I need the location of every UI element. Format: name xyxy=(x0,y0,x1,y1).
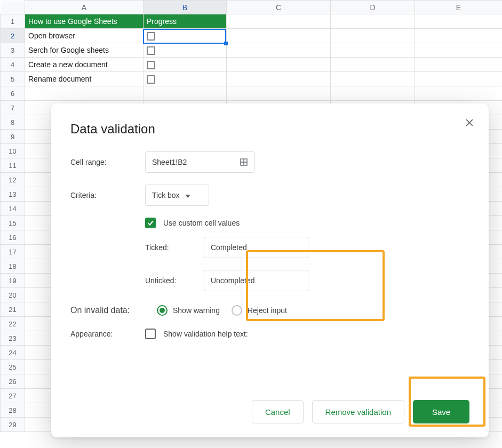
row-header-6[interactable]: 6 xyxy=(1,86,25,101)
row-header-25[interactable]: 25 xyxy=(1,360,25,374)
row-header-11[interactable]: 11 xyxy=(1,158,25,173)
row-header-18[interactable]: 18 xyxy=(1,259,25,274)
cell-C5[interactable] xyxy=(227,72,331,86)
col-header-B[interactable]: B xyxy=(144,1,227,14)
cell-E4[interactable] xyxy=(415,58,503,72)
cell-D3[interactable] xyxy=(331,43,415,58)
row-header-4[interactable]: 4 xyxy=(1,58,25,72)
row-header-12[interactable]: 12 xyxy=(1,173,25,187)
radio-show-warning-label: Show warning xyxy=(173,306,220,315)
row-header-10[interactable]: 10 xyxy=(1,144,25,158)
save-button[interactable]: Save xyxy=(413,400,469,423)
row-header-24[interactable]: 24 xyxy=(1,346,25,360)
row-header-1[interactable]: 1 xyxy=(1,14,25,29)
row-header-7[interactable]: 7 xyxy=(1,101,25,115)
col-header-E[interactable]: E xyxy=(415,1,503,14)
row-header-2[interactable]: 2 xyxy=(1,29,25,43)
cell-B4[interactable] xyxy=(144,58,227,72)
show-help-text-checkbox[interactable] xyxy=(145,329,156,339)
data-validation-dialog: Data validation Cell range: Sheet1!B2 Cr… xyxy=(51,103,489,437)
select-all-corner[interactable] xyxy=(1,1,25,14)
col-header-A[interactable]: A xyxy=(25,1,144,14)
cell-B3[interactable] xyxy=(144,43,227,58)
use-custom-values-checkbox[interactable] xyxy=(145,218,156,228)
row-header-14[interactable]: 14 xyxy=(1,202,25,216)
row-header-27[interactable]: 27 xyxy=(1,389,25,403)
row-header-15[interactable]: 15 xyxy=(1,216,25,230)
cell-E1[interactable] xyxy=(415,14,503,29)
cell-B6[interactable] xyxy=(144,86,227,101)
ticked-value: Completed xyxy=(211,243,247,252)
close-icon[interactable] xyxy=(464,117,475,130)
cell-A5[interactable]: Rename document xyxy=(25,72,144,86)
row-header-17[interactable]: 17 xyxy=(1,245,25,259)
checkbox-icon[interactable] xyxy=(147,32,155,41)
cell-A4[interactable]: Create a new document xyxy=(25,58,144,72)
cell-D6[interactable] xyxy=(331,86,415,101)
cell-E6[interactable] xyxy=(415,86,503,101)
checkbox-icon[interactable] xyxy=(147,75,155,84)
cell-B1[interactable]: Progress xyxy=(144,14,227,29)
cell-range-value: Sheet1!B2 xyxy=(152,158,187,166)
cell-C1[interactable] xyxy=(227,14,331,29)
criteria-value: Tick box xyxy=(152,191,180,199)
label-on-invalid: On invalid data: xyxy=(70,306,145,315)
row-header-8[interactable]: 8 xyxy=(1,115,25,130)
row-header-21[interactable]: 21 xyxy=(1,302,25,317)
row-header-26[interactable]: 26 xyxy=(1,374,25,389)
checkbox-icon[interactable] xyxy=(147,46,155,55)
checkbox-icon[interactable] xyxy=(147,61,155,69)
row-header-16[interactable]: 16 xyxy=(1,230,25,245)
ticked-input[interactable]: Completed xyxy=(204,237,308,258)
remove-validation-button[interactable]: Remove validation xyxy=(312,400,404,423)
row-header-28[interactable]: 28 xyxy=(1,403,25,418)
label-criteria: Criteria: xyxy=(70,191,145,199)
cell-A2[interactable]: Open browser xyxy=(25,29,144,43)
cell-C2[interactable] xyxy=(227,29,331,43)
caret-down-icon xyxy=(185,191,190,199)
use-custom-values-label: Use custom cell values xyxy=(163,219,240,227)
cell-A1[interactable]: How to use Google Sheets xyxy=(25,14,144,29)
unticked-value: Uncompleted xyxy=(211,276,255,285)
label-cell-range: Cell range: xyxy=(70,158,145,166)
col-header-D[interactable]: D xyxy=(331,1,415,14)
cell-B2[interactable] xyxy=(144,29,227,43)
cell-range-input[interactable]: Sheet1!B2 xyxy=(145,151,255,173)
criteria-dropdown[interactable]: Tick box xyxy=(145,185,209,206)
row-header-19[interactable]: 19 xyxy=(1,274,25,288)
unticked-input[interactable]: Uncompleted xyxy=(204,270,308,291)
cell-D2[interactable] xyxy=(331,29,415,43)
cell-E2[interactable] xyxy=(415,29,503,43)
cancel-button[interactable]: Cancel xyxy=(252,400,304,423)
label-ticked: Ticked: xyxy=(145,243,204,252)
row-header-5[interactable]: 5 xyxy=(1,72,25,86)
row-header-22[interactable]: 22 xyxy=(1,317,25,331)
col-header-C[interactable]: C xyxy=(227,1,331,14)
cell-C4[interactable] xyxy=(227,58,331,72)
row-header-23[interactable]: 23 xyxy=(1,331,25,346)
show-help-text-label: Show validation help text: xyxy=(163,330,248,338)
cell-B5[interactable] xyxy=(144,72,227,86)
cell-A3[interactable]: Serch for Google sheets xyxy=(25,43,144,58)
cell-D4[interactable] xyxy=(331,58,415,72)
cell-C6[interactable] xyxy=(227,86,331,101)
cell-E3[interactable] xyxy=(415,43,503,58)
label-appearance: Appearance: xyxy=(70,330,145,338)
row-header-9[interactable]: 9 xyxy=(1,130,25,144)
cell-C3[interactable] xyxy=(227,43,331,58)
cell-D1[interactable] xyxy=(331,14,415,29)
radio-reject-input[interactable]: Reject input xyxy=(232,305,287,316)
radio-reject-input-label: Reject input xyxy=(248,306,287,315)
label-unticked: Unticked: xyxy=(145,276,204,285)
dialog-title: Data validation xyxy=(70,122,469,137)
row-header-3[interactable]: 3 xyxy=(1,43,25,58)
grid-select-icon[interactable] xyxy=(240,158,248,166)
cell-A6[interactable] xyxy=(25,86,144,101)
cell-D5[interactable] xyxy=(331,72,415,86)
radio-show-warning[interactable]: Show warning xyxy=(157,305,220,316)
row-header-13[interactable]: 13 xyxy=(1,187,25,202)
row-header-20[interactable]: 20 xyxy=(1,288,25,302)
row-header-29[interactable]: 29 xyxy=(1,418,25,432)
cell-E5[interactable] xyxy=(415,72,503,86)
